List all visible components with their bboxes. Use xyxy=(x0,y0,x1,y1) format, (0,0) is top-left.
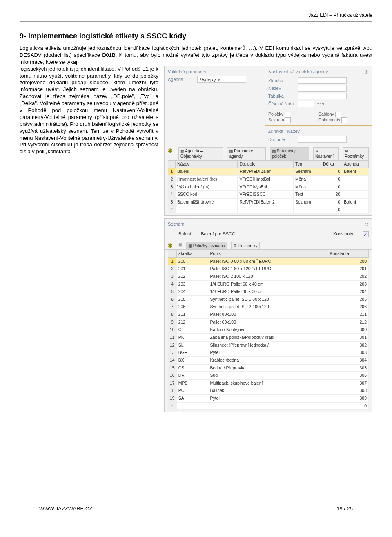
params-tabs: ✱ ▦ Agenda = Objednávky ▦ Parametry agen… xyxy=(165,145,372,160)
footer-page: 19 / 25 xyxy=(336,506,353,512)
table-row[interactable]: 2201Pallet ISO 1 80 x 120 1/1 EURO201 xyxy=(168,265,369,273)
konstanty-label: Konstanty xyxy=(333,231,353,237)
opt-seznam: Seznam xyxy=(268,117,318,123)
table-row[interactable]: 9212Pallet 60x100212 xyxy=(168,318,369,326)
input-nazev[interactable] xyxy=(298,85,347,92)
field-ciselna-rada: Číselná řada xyxy=(268,101,295,107)
agenda-label: Agenda xyxy=(168,76,195,82)
input-zkratka[interactable] xyxy=(298,77,347,84)
table-row[interactable]: 3202Pallet ISO 2 100 x 120202 xyxy=(168,273,369,280)
table-row[interactable]: 42031/4 EURO Pallet 60 x 40 cm203 xyxy=(168,280,369,288)
input-tabulka[interactable] xyxy=(298,93,347,99)
screenshot-optional-params: Volitelné parametry Agenda Výdejky ▼ Nas… xyxy=(164,66,372,216)
table-row[interactable]: 4SSCC kódVPrEDISSCCText20 xyxy=(168,191,369,199)
section-heading: 9- Implementace logistické etikety s SSC… xyxy=(20,31,372,41)
params-grid[interactable]: NázevDb. poleTypDélkaAgenda 1BaleníRefVP… xyxy=(168,160,369,214)
tab-poznamky2[interactable]: 🗎 Poznámky xyxy=(231,242,259,249)
table-row[interactable]: 18PCBalíček308 xyxy=(168,387,369,395)
agenda-dropdown[interactable]: Výdejky ▼ xyxy=(197,76,246,83)
group-zkratka: Zkratka / Název xyxy=(268,128,369,134)
table-row[interactable]: 12SLSlipsheet (Přepravní jednotka /302 xyxy=(168,341,369,349)
checkbox-icon[interactable] xyxy=(335,112,341,117)
table-row[interactable]: 6205Synthetic pallet ISO 1 80 x 120205 xyxy=(168,295,369,303)
table-row[interactable]: 1200Pallet ISO 0 80 x 60 cm ˝ EURO200 xyxy=(168,257,369,265)
doc-header: Jazz EDI – Příručka uživatele xyxy=(20,12,372,22)
intro-text: Logistická etiketa umožňuje jednoznačnou… xyxy=(20,45,372,66)
seznam-tabs: ✱ ▦ ▦ Položky seznamu 🗎 Poznámky xyxy=(165,240,372,250)
table-row[interactable]: 14BXKrabice /bedna304 xyxy=(168,356,369,364)
table-row[interactable]: 11PKZabalená položka/Položka v krabi301 xyxy=(168,334,369,342)
tab-poznamky[interactable]: 🗎 Poznámky xyxy=(343,147,369,160)
add-icon[interactable]: ✱ xyxy=(168,242,173,249)
table-row[interactable]: 19SAPytel309 xyxy=(168,395,369,403)
panel-title-left: Volitelné parametry xyxy=(168,69,268,74)
input-dbpole[interactable] xyxy=(298,136,347,143)
help-icon[interactable]: ◎ xyxy=(365,221,369,228)
seznam-sub: Balení pro SSCC xyxy=(201,231,235,237)
table-row[interactable]: 15CSBedna / Přepravka305 xyxy=(168,364,369,372)
seznam-name: Balení xyxy=(178,231,191,237)
checkbox-icon[interactable] xyxy=(285,117,291,123)
opt-polozky: Položky xyxy=(268,112,318,117)
table-row[interactable]: 7206Synthetic pallet ISO 2 100x120206 xyxy=(168,303,369,311)
checkbox-konstanty[interactable]: ✓ xyxy=(363,231,369,237)
table-row[interactable]: 1BaleníRefVPrEDIBaleniSeznam0Balení xyxy=(168,168,369,176)
field-nazev: Název xyxy=(268,85,295,91)
table-row[interactable]: *0 xyxy=(168,206,369,214)
checkbox-icon[interactable] xyxy=(341,117,347,123)
table-row[interactable]: *0 xyxy=(168,402,369,410)
doc-footer: WWW.JAZZWARE.CZ 19 / 25 xyxy=(39,503,353,512)
checkbox-icon[interactable] xyxy=(285,112,290,117)
field-tabulka: Tabulka xyxy=(268,93,295,99)
tab-parametry-polozek[interactable]: ▦ Parametry položek xyxy=(270,147,309,160)
table-row[interactable]: 10CTKarton / Kontejner300 xyxy=(168,326,369,334)
opt-sablony: Šablony xyxy=(318,112,369,117)
doc-title: Jazz EDI – Příručka uživatele xyxy=(308,12,372,18)
table-row[interactable]: 52041/8 EURO Pallet 40 x 30 cm204 xyxy=(168,288,369,296)
table-row[interactable]: 13BGEPytel303 xyxy=(168,349,369,357)
table-row[interactable]: 5Balení nižší úrovněRefVPrEDIBaleni2Sezn… xyxy=(168,198,369,206)
table-row[interactable]: 16DRSud306 xyxy=(168,372,369,380)
left-text: logistických jednotek a jejich identifik… xyxy=(20,66,158,156)
tab-polozky-seznamu[interactable]: ▦ Položky seznamu xyxy=(186,242,227,249)
table-row[interactable]: 3Výška balení (m)VPrEDIVysBalMěna0 xyxy=(168,183,369,191)
add-icon[interactable]: ✱ xyxy=(168,147,173,160)
panel-title-seznam: Seznam xyxy=(168,221,184,227)
footer-url: WWW.JAZZWARE.CZ xyxy=(39,506,92,512)
chevron-down-icon: ▼ xyxy=(217,78,221,82)
group-dbpole: Db. pole xyxy=(268,136,295,142)
table-row[interactable]: 17MPEMultipack, skupinové balení307 xyxy=(168,379,369,387)
panel-title-right: Nastavení uživatelské agendy xyxy=(268,69,328,74)
screenshot-seznam: Seznam◎ Balení Balení pro SSCC Konstanty… xyxy=(164,218,372,412)
opt-dokumenty: Dokumenty xyxy=(318,117,369,123)
field-zkratka: Zkratka xyxy=(268,78,295,83)
help-icon[interactable]: ◎ xyxy=(365,69,369,76)
seznam-grid[interactable]: ZkratkaPopisKonstanta 1200Pallet ISO 0 8… xyxy=(168,250,369,410)
table-row[interactable]: 2Hmotnost balení (kg)VPrEDIHmotBalMěna0 xyxy=(168,175,369,183)
browse-icon[interactable]: ⋯▼ xyxy=(316,101,325,107)
tab-agenda[interactable]: ▦ Agenda = Objednávky xyxy=(178,147,223,160)
table-row[interactable]: 8211Pallet 80x100211 xyxy=(168,311,369,319)
tab-parametry-agendy[interactable]: ▦ Parametry agendy xyxy=(227,147,266,160)
tab-nastaveni[interactable]: 🗎 Nastavení xyxy=(313,147,339,160)
input-ciselna-rada[interactable] xyxy=(298,101,314,107)
